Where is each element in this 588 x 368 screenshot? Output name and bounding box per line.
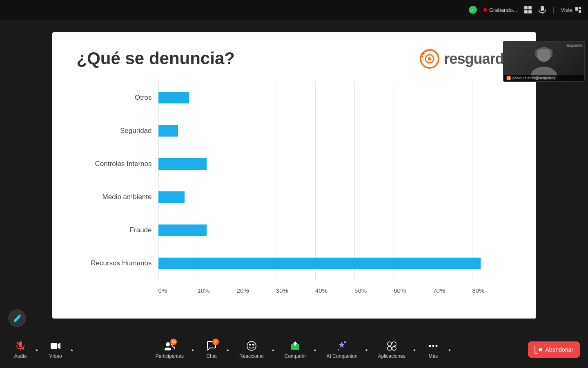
react-button[interactable]: Reaccionar: [234, 337, 269, 362]
chart-row-label: Controles Internos: [77, 160, 158, 168]
more-button[interactable]: Más: [421, 337, 445, 362]
chart-row-label: Recursos Humanos: [77, 259, 158, 267]
view-text: Vista: [561, 7, 572, 13]
presentation-slide: ¿Qué se denuncia? resguarda OtrosSegurid…: [52, 32, 536, 319]
participants-label: Participantes: [156, 353, 184, 359]
share-chevron[interactable]: ▲: [312, 346, 318, 353]
video-name-bar: 📶 pablo.paladini@resguarda....: [504, 75, 584, 81]
x-axis-label: 70%: [433, 287, 472, 294]
svg-point-37: [429, 345, 431, 347]
apps-label: Aplicaciones: [378, 353, 405, 359]
mic-icon: [15, 340, 26, 352]
chart-bar-container: [158, 188, 512, 206]
svg-rect-1: [528, 6, 532, 9]
svg-rect-0: [524, 6, 528, 9]
react-chevron[interactable]: ▲: [270, 346, 276, 353]
participants-group: 33 Participantes ▲: [151, 337, 196, 362]
more-chevron[interactable]: ▲: [446, 346, 453, 353]
svg-rect-18: [550, 51, 552, 57]
x-axis: 0%10%20%30%40%50%60%70%80%: [77, 287, 512, 294]
svg-rect-22: [51, 343, 57, 349]
svg-rect-6: [575, 7, 578, 11]
chart-row: Seguridad: [77, 122, 512, 140]
chat-chevron[interactable]: ▲: [225, 346, 231, 353]
signal-icon: 📶: [506, 76, 511, 80]
apps-chevron[interactable]: ▲: [411, 346, 418, 353]
share-button[interactable]: Compartir: [280, 337, 311, 362]
x-axis-label: 20%: [237, 287, 276, 294]
apps-group: Aplicaciones ▲: [373, 337, 417, 362]
ai-companion-chevron[interactable]: ▲: [363, 346, 370, 353]
chart-bar-container: [158, 122, 512, 140]
chart-bar: [158, 191, 185, 203]
svg-rect-2: [524, 10, 528, 13]
leave-icon: [535, 346, 543, 354]
main-content: ¿Qué se denuncia? resguarda OtrosSegurid…: [0, 20, 588, 331]
chart-row: Controles Internos: [77, 155, 512, 173]
svg-point-35: [388, 346, 392, 350]
audio-button[interactable]: Audio: [8, 337, 33, 362]
video-logo: resguarda: [566, 43, 582, 47]
chat-icon: 2: [206, 340, 217, 352]
svg-rect-17: [535, 51, 537, 57]
chart-row-label: Fraude: [77, 226, 158, 234]
x-axis-label: 40%: [315, 287, 354, 294]
audio-label: Audio: [14, 353, 27, 359]
grid-view-icon[interactable]: [524, 6, 532, 14]
annotation-button[interactable]: [8, 309, 26, 327]
share-icon: [290, 340, 301, 352]
participants-button[interactable]: 33 Participantes: [151, 337, 189, 362]
chat-group: 2 Chat ▲: [199, 337, 231, 362]
svg-point-27: [247, 341, 256, 350]
audio-group: Audio ▲: [8, 337, 40, 362]
participants-chevron[interactable]: ▲: [189, 346, 196, 353]
chart-row: Fraude: [77, 221, 512, 239]
slide-title: ¿Qué se denuncia?: [77, 49, 235, 68]
x-axis-label: 50%: [354, 287, 394, 294]
recording-status: Grabando...: [483, 7, 517, 13]
top-bar: ✓ Grabando... | Vista: [0, 0, 588, 20]
chart-row-label: Seguridad: [77, 127, 158, 135]
video-chevron[interactable]: ▲: [69, 346, 75, 353]
chart-row-label: Medio ambiente: [77, 193, 158, 201]
audio-chevron[interactable]: ▲: [33, 346, 40, 353]
svg-rect-8: [579, 10, 581, 13]
recording-label: Grabando...: [489, 7, 517, 13]
chart-bar: [158, 125, 178, 137]
apps-button[interactable]: Aplicaciones: [373, 337, 410, 362]
view-label[interactable]: Vista: [561, 7, 581, 13]
left-toolbar-group: Audio ▲ Vídeo ▲: [8, 337, 75, 362]
ai-companion-label: AI Companion: [326, 353, 357, 359]
svg-point-29: [253, 344, 254, 346]
svg-point-11: [428, 57, 431, 61]
share-group: Compartir ▲: [280, 337, 318, 362]
resguarda-logo-text: resguarda: [444, 50, 511, 67]
chat-label: Chat: [206, 353, 216, 359]
chart-bar-container: [158, 89, 512, 107]
react-label: Reaccionar: [239, 353, 264, 359]
svg-point-33: [338, 349, 339, 350]
video-button[interactable]: Vídeo: [43, 337, 68, 362]
chat-button[interactable]: 2 Chat: [199, 337, 224, 362]
leave-label: Abandonar: [545, 346, 573, 353]
chart-bar: [158, 92, 189, 103]
chart-bar-container: [158, 254, 512, 272]
video-group: Vídeo ▲: [43, 337, 75, 362]
apps-icon: [386, 340, 397, 352]
svg-point-36: [392, 346, 396, 350]
x-axis-label: 30%: [276, 287, 315, 294]
video-icon: [50, 340, 61, 352]
chart-rows: OtrosSeguridadControles InternosMedio am…: [77, 81, 512, 284]
chart-row-label: Otros: [77, 94, 158, 102]
shield-icon: ✓: [469, 6, 477, 14]
react-group: Reaccionar ▲: [234, 337, 276, 362]
person-avatar: [526, 43, 562, 80]
svg-point-12: [422, 52, 425, 55]
resguarda-logo-icon: [419, 49, 440, 69]
leave-button[interactable]: Abandonar: [528, 341, 580, 358]
svg-rect-7: [579, 7, 581, 9]
recording-dot: [483, 8, 487, 11]
ai-companion-button[interactable]: AI Companion: [321, 337, 362, 362]
x-axis-label: 10%: [198, 287, 237, 294]
participants-badge: 33: [170, 339, 177, 345]
